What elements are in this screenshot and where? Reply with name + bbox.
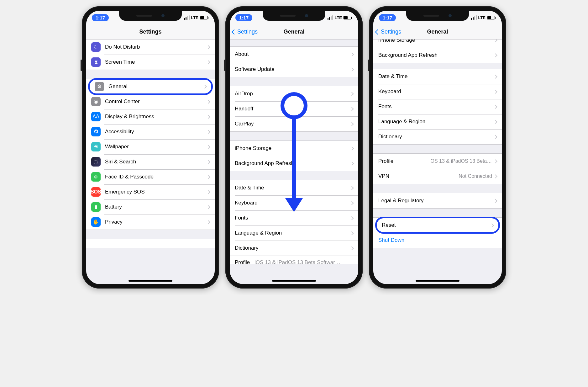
notch — [119, 11, 182, 21]
row-background-app-refresh[interactable]: Background App Refresh — [230, 156, 358, 171]
row-display-brightness[interactable]: AADisplay & Brightness — [86, 109, 215, 124]
back-button[interactable]: Settings — [232, 24, 258, 39]
row-label: Fonts — [235, 215, 350, 221]
row-label: CarPlay — [235, 121, 350, 127]
row-accessibility-icon: ✪ — [91, 127, 101, 136]
row-screen-time-icon: ⧗ — [91, 57, 101, 67]
row-language-region[interactable]: Language & Region — [373, 114, 502, 129]
chevron-right-icon — [350, 122, 354, 126]
row-background-app-refresh[interactable]: Background App Refresh — [373, 48, 502, 63]
row-dictionary[interactable]: Dictionary — [373, 129, 502, 144]
row-emergency-sos[interactable]: SOSEmergency SOS — [86, 184, 215, 199]
row-dictionary[interactable]: Dictionary — [230, 241, 358, 256]
row-label: Siri & Search — [105, 159, 207, 165]
row-label: Date & Time — [378, 73, 494, 80]
screen-2: 1:17 LTE Settings General AboutSoftware … — [230, 11, 358, 284]
screen-1: 1:17 LTE Settings ☾Do Not Disturb⧗Screen… — [86, 11, 215, 284]
row-do-not-disturb-icon: ☾ — [91, 42, 101, 52]
row-handoff[interactable]: Handoff — [230, 101, 358, 116]
navbar: Settings — [86, 24, 215, 40]
row-accessibility[interactable]: ✪Accessibility — [86, 124, 215, 139]
row-fonts[interactable]: Fonts — [373, 99, 502, 114]
chevron-right-icon — [493, 174, 497, 178]
back-button[interactable]: Settings — [376, 24, 401, 39]
battery-icon — [200, 16, 208, 19]
phone-frame-3: 1:17 LTE Settings General iPhone Storage… — [369, 6, 506, 289]
row-language-region[interactable]: Language & Region — [230, 225, 358, 241]
row-control-center[interactable]: ◉Control Center — [86, 94, 215, 109]
chevron-right-icon — [350, 67, 354, 72]
network-label: LTE — [334, 15, 342, 20]
row-reset[interactable]: Reset — [377, 218, 498, 232]
row-siri-search[interactable]: ◌Siri & Search — [86, 154, 215, 169]
row-fonts[interactable]: Fonts — [230, 210, 358, 225]
row-about[interactable]: About — [230, 47, 358, 62]
row-faceid-passcode-icon: ☺ — [91, 172, 101, 182]
row-do-not-disturb[interactable]: ☾Do Not Disturb — [86, 40, 215, 55]
chevron-right-icon — [206, 115, 210, 119]
row-airdrop[interactable]: AirDrop — [230, 86, 358, 101]
chevron-right-icon — [350, 186, 354, 190]
chevron-right-icon — [493, 135, 497, 139]
navbar: Settings General — [230, 24, 358, 40]
chevron-right-icon — [350, 216, 354, 220]
row-label: Screen Time — [105, 59, 207, 65]
general-list[interactable]: AboutSoftware Update AirDropHandoffCarPl… — [230, 40, 358, 284]
row-iphone-storage[interactable]: iPhone Storage — [373, 40, 502, 48]
home-indicator[interactable] — [416, 280, 459, 282]
row-iphone-storage[interactable]: iPhone Storage — [230, 141, 358, 156]
row-control-center-icon: ◉ — [91, 97, 101, 106]
row-legal-regulatory[interactable]: Legal & Regulatory — [373, 193, 502, 208]
row-label: Dictionary — [378, 134, 494, 140]
row-label: About — [235, 51, 350, 57]
chevron-right-icon — [350, 201, 354, 205]
row-detail: iOS 13 & iPadOS 13 Beta Softwar... — [429, 158, 492, 164]
back-label: Settings — [381, 29, 401, 35]
row-carplay[interactable]: CarPlay — [230, 116, 358, 131]
row-date-time[interactable]: Date & Time — [373, 69, 502, 84]
row-label: Reset — [382, 222, 491, 228]
general-list-scrolled[interactable]: iPhone StorageBackground App Refresh Dat… — [373, 40, 502, 284]
signal-icon — [184, 15, 190, 20]
row-software-update[interactable]: Software Update — [230, 62, 358, 77]
row-keyboard[interactable]: Keyboard — [230, 195, 358, 210]
chevron-left-icon — [232, 29, 237, 34]
row-general[interactable]: ⚙ General — [90, 80, 211, 93]
row-keyboard[interactable]: Keyboard — [373, 84, 502, 99]
row-label: Shut Down — [378, 237, 497, 243]
row-screen-time[interactable]: ⧗Screen Time — [86, 55, 215, 70]
row-profile[interactable]: ProfileiOS 13 & iPadOS 13 Beta Softwar..… — [373, 154, 502, 169]
row-battery[interactable]: ▮Battery — [86, 199, 215, 215]
chevron-right-icon — [490, 223, 494, 227]
row-label: VPN — [378, 173, 459, 179]
chevron-right-icon — [206, 220, 210, 224]
chevron-right-icon — [493, 120, 497, 124]
chevron-right-icon — [493, 90, 497, 94]
page-title: Settings — [139, 29, 161, 35]
settings-list[interactable]: ☾Do Not Disturb⧗Screen Time ⚙ General ◉C… — [86, 40, 215, 284]
row-wallpaper[interactable]: ❀Wallpaper — [86, 139, 215, 154]
chevron-right-icon — [350, 107, 354, 111]
row-display-brightness-icon: AA — [91, 112, 101, 121]
chevron-right-icon — [493, 40, 497, 42]
row-label: Display & Brightness — [105, 114, 207, 120]
row-date-time[interactable]: Date & Time — [230, 180, 358, 195]
chevron-right-icon — [493, 199, 497, 203]
row-label: Legal & Regulatory — [378, 198, 494, 204]
home-indicator[interactable] — [129, 280, 172, 282]
navbar: Settings General — [373, 24, 502, 40]
row-wallpaper-icon: ❀ — [91, 142, 101, 151]
home-indicator[interactable] — [272, 280, 316, 282]
chevron-right-icon — [350, 146, 354, 151]
row-profile-peek[interactable]: Profile iOS 13 & iPadOS 13 Beta Softwar… — [230, 256, 358, 264]
row-faceid-passcode[interactable]: ☺Face ID & Passcode — [86, 169, 215, 184]
group-reset: Reset Shut Down — [373, 217, 502, 248]
row-label: Wallpaper — [105, 144, 207, 150]
row-shut-down[interactable]: Shut Down — [373, 233, 502, 248]
chevron-right-icon — [350, 52, 354, 56]
status-time: 1:17 — [235, 14, 252, 21]
signal-icon — [471, 15, 477, 20]
notch — [263, 11, 325, 21]
row-privacy[interactable]: ✋Privacy — [86, 215, 215, 230]
row-vpn[interactable]: VPNNot Connected — [373, 169, 502, 184]
